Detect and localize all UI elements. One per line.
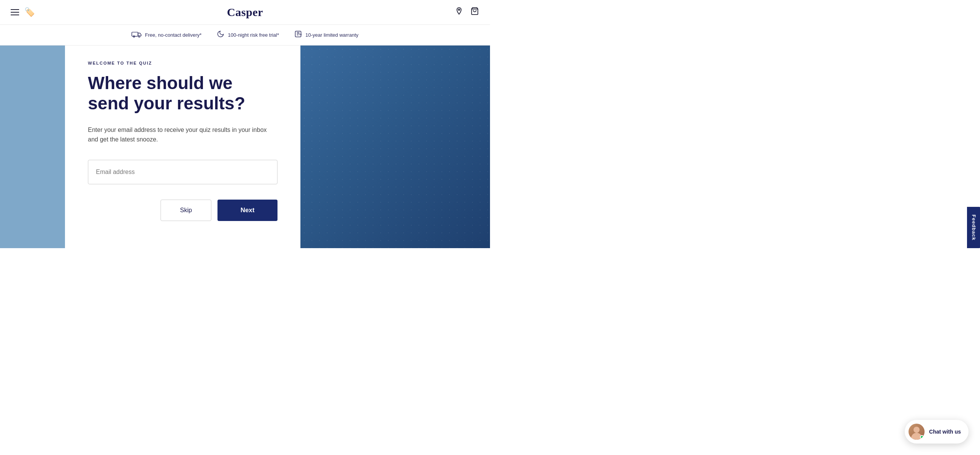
header-right (455, 7, 479, 18)
promo-item-warranty: 10 10-year limited warranty (294, 30, 359, 40)
svg-point-3 (133, 36, 135, 37)
quiz-description: Enter your email address to receive your… (88, 125, 271, 145)
gift-icon[interactable]: 🏷️ (24, 7, 35, 17)
warranty-icon: 10 (294, 30, 302, 40)
svg-point-4 (139, 36, 140, 37)
svg-point-0 (458, 9, 460, 11)
promo-item-delivery: Free, no-contact delivery* (131, 31, 201, 39)
promo-item-trial: 100-night risk free trial* (217, 30, 279, 40)
right-panel (300, 46, 490, 248)
delivery-icon (131, 31, 141, 39)
center-panel: WELCOME TO THE QUIZ Where should we send… (65, 46, 300, 248)
cart-icon[interactable] (470, 7, 479, 18)
email-input-wrapper (88, 160, 277, 184)
promo-bar: Free, no-contact delivery* 100-night ris… (0, 25, 490, 46)
header: 🏷️ Casper (0, 0, 490, 25)
promo-delivery-text: Free, no-contact delivery* (145, 32, 201, 38)
skip-button[interactable]: Skip (161, 200, 211, 221)
promo-warranty-text: 10-year limited warranty (305, 32, 359, 38)
trial-icon (217, 30, 224, 40)
logo[interactable]: Casper (227, 6, 263, 18)
left-panel (0, 46, 65, 248)
quiz-title: Where should we send your results? (88, 73, 277, 114)
buttons-row: Skip Next (88, 200, 277, 221)
promo-trial-text: 100-night risk free trial* (228, 32, 279, 38)
main-wrapper: WELCOME TO THE QUIZ Where should we send… (0, 46, 490, 248)
location-icon[interactable] (455, 7, 463, 18)
quiz-welcome-label: WELCOME TO THE QUIZ (88, 61, 277, 65)
svg-rect-2 (132, 32, 138, 36)
next-button[interactable]: Next (217, 200, 277, 221)
hamburger-icon[interactable] (11, 9, 19, 15)
header-left: 🏷️ (11, 7, 35, 17)
svg-text:10: 10 (299, 33, 302, 36)
email-input[interactable] (88, 160, 277, 184)
header-center: Casper (227, 6, 263, 19)
